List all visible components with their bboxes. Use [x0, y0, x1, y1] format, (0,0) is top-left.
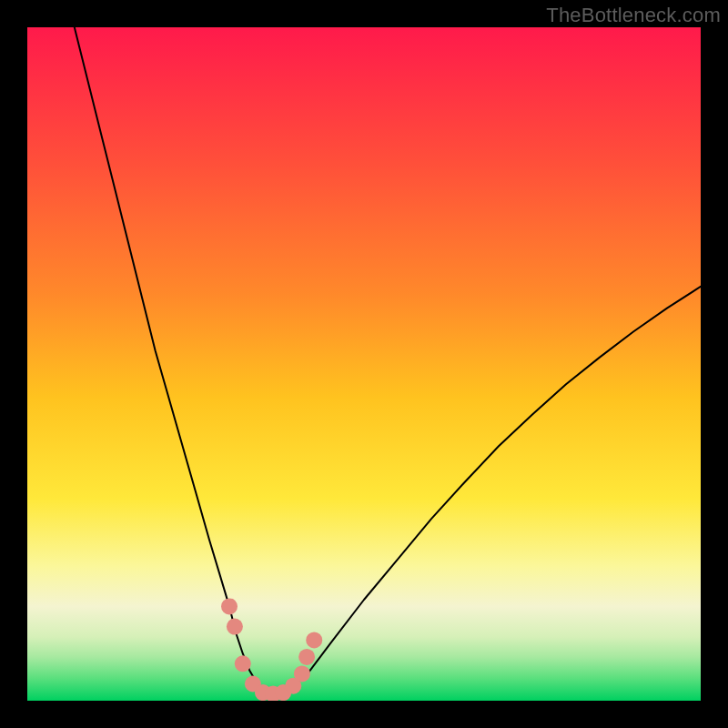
- chart-frame: TheBottleneck.com: [0, 0, 728, 728]
- marker-point: [298, 649, 315, 665]
- plot-area: [27, 27, 701, 701]
- marker-point: [294, 665, 310, 682]
- marker-point: [227, 619, 243, 635]
- marker-point: [221, 598, 238, 614]
- marker-point: [235, 655, 251, 672]
- chart-svg: [27, 27, 701, 701]
- marker-point: [306, 632, 322, 648]
- watermark-text: TheBottleneck.com: [546, 4, 721, 27]
